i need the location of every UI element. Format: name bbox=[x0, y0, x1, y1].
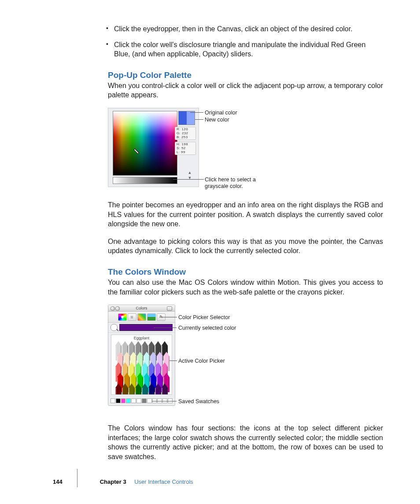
crayon-name-label: Eggplant bbox=[111, 335, 172, 340]
content-column: Click the eyedropper, then in the Canvas… bbox=[108, 24, 383, 470]
page-number: 144 bbox=[53, 478, 63, 485]
bullet-list: Click the eyedropper, then in the Canvas… bbox=[108, 24, 383, 59]
crayon[interactable] bbox=[122, 383, 128, 395]
minimize-button[interactable] bbox=[115, 306, 120, 311]
saved-swatch[interactable] bbox=[142, 398, 147, 403]
chapter-label: Chapter 3 bbox=[100, 478, 126, 485]
bullet-item: Click the eyedropper, then in the Canvas… bbox=[108, 24, 383, 34]
crayon[interactable] bbox=[142, 383, 148, 395]
saved-swatch[interactable] bbox=[126, 398, 131, 403]
body-paragraph: The Colors window has four sections: the… bbox=[108, 423, 383, 461]
crayons-grid bbox=[114, 341, 169, 393]
swatch-original-new bbox=[178, 111, 195, 125]
figure-popup-palette: R: 120 G: 232 B: 253 H: 198 S: 52 L: 99 … bbox=[108, 108, 383, 191]
crayon[interactable] bbox=[162, 383, 168, 395]
section-heading-colors-window: The Colors Window bbox=[108, 267, 383, 277]
crayon[interactable] bbox=[115, 383, 122, 395]
section-intro: You can also use the Mac OS Colors windo… bbox=[108, 278, 383, 297]
callout-active-picker: Active Color Picker bbox=[178, 358, 225, 364]
crayon[interactable] bbox=[129, 383, 135, 395]
window-titlebar[interactable]: Colors bbox=[108, 305, 175, 312]
eyedropper-icon bbox=[133, 148, 139, 154]
swatch-new bbox=[187, 111, 195, 125]
body-paragraph: One advantage to picking colors this way… bbox=[108, 237, 383, 256]
zoom-button[interactable] bbox=[167, 306, 172, 311]
colors-window: Colors Eggplant bbox=[108, 305, 175, 406]
tab-palette[interactable] bbox=[137, 313, 146, 321]
palette-window: R: 120 G: 232 B: 253 H: 198 S: 52 L: 99 … bbox=[108, 108, 199, 187]
crayon[interactable] bbox=[148, 383, 155, 395]
body-paragraph: The pointer becomes an eyedropper and an… bbox=[108, 200, 383, 229]
magnifier-icon[interactable] bbox=[111, 324, 118, 331]
saved-swatch[interactable] bbox=[116, 398, 121, 403]
figure-colors-window: Colors Eggplant bbox=[108, 305, 383, 415]
bullet-item: Click the color well's disclosure triang… bbox=[108, 40, 383, 59]
tab-color-wheel[interactable] bbox=[118, 313, 127, 321]
callout-picker-selector: Color Picker Selector bbox=[178, 314, 230, 321]
page: Click the eyedropper, then in the Canvas… bbox=[0, 0, 420, 504]
saved-swatch[interactable] bbox=[147, 398, 152, 403]
saved-swatch[interactable] bbox=[136, 398, 141, 403]
down-arrow-icon: ▼ bbox=[187, 175, 192, 180]
color-spectrum-picker[interactable] bbox=[113, 111, 177, 176]
tab-image[interactable] bbox=[147, 313, 156, 321]
readout-rgb: R: 120 G: 232 B: 253 bbox=[175, 127, 196, 140]
up-arrow-icon: ▲ bbox=[187, 170, 192, 175]
window-title: Colors bbox=[136, 306, 147, 310]
callout-saved-swatches: Saved Swatches bbox=[178, 398, 219, 405]
crayon-picker[interactable]: Eggplant bbox=[111, 335, 172, 395]
callout-current-color: Currently selected color bbox=[178, 325, 236, 331]
swatch-original bbox=[179, 111, 187, 125]
section-intro: When you control-click a color well or c… bbox=[108, 81, 383, 100]
callout-grayscale: Click here to select a grayscale color. bbox=[205, 177, 262, 190]
close-button[interactable] bbox=[111, 306, 115, 311]
saved-swatch[interactable] bbox=[131, 398, 136, 403]
crayon[interactable] bbox=[135, 383, 141, 395]
crayon-row bbox=[114, 383, 169, 395]
callout-original-color: Original color bbox=[205, 110, 237, 116]
callout-new-color: New color bbox=[205, 117, 229, 123]
chapter-title: User Interface Controls bbox=[134, 478, 193, 485]
grayscale-strip[interactable] bbox=[113, 177, 177, 184]
crayon[interactable] bbox=[155, 383, 161, 395]
page-footer: 144 Chapter 3 User Interface Controls bbox=[0, 475, 420, 486]
saved-swatches-row[interactable] bbox=[108, 397, 175, 405]
saved-swatch[interactable] bbox=[111, 398, 115, 403]
tab-sliders[interactable] bbox=[128, 313, 136, 321]
readout-hls: H: 198 S: 52 L: 99 bbox=[175, 142, 196, 155]
saved-swatch[interactable] bbox=[121, 398, 126, 403]
section-heading-popup-palette: Pop-Up Color Palette bbox=[108, 70, 383, 80]
